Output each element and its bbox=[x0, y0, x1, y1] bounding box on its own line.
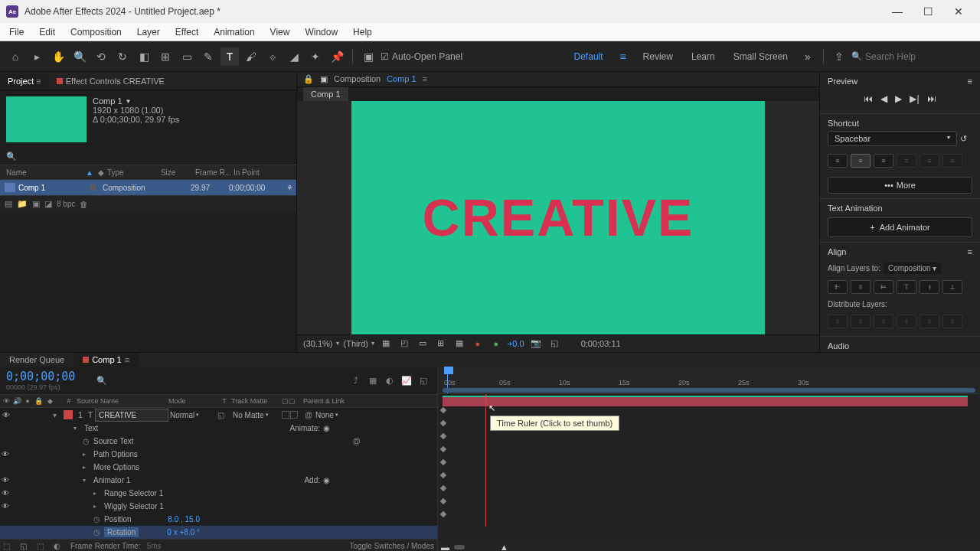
close-button[interactable]: ✕ bbox=[943, 1, 974, 22]
mask-icon[interactable]: ◰ bbox=[397, 337, 411, 350]
align-hcenter-icon[interactable]: ⫴ bbox=[851, 280, 871, 294]
work-area-bar[interactable] bbox=[443, 388, 975, 393]
draft3d-toggle[interactable]: ◱ bbox=[416, 373, 431, 388]
eraser-tool[interactable]: ◢ bbox=[285, 47, 303, 66]
workspace-menu-icon[interactable]: ≡ bbox=[614, 47, 632, 66]
new-folder-icon[interactable]: 📁 bbox=[17, 199, 28, 209]
align-bottom-icon[interactable]: ⊥ bbox=[942, 280, 962, 294]
tl-footer-icon[interactable]: ◐ bbox=[54, 542, 64, 550]
tl-footer-icon[interactable]: ⬚ bbox=[3, 542, 14, 550]
workspace-learn[interactable]: Learn bbox=[684, 48, 723, 65]
anchor-tool[interactable]: ⊞ bbox=[156, 47, 175, 66]
video-col-icon[interactable]: 👁 bbox=[2, 397, 11, 405]
resolution-dropdown[interactable]: (Third) ▾ bbox=[344, 339, 374, 348]
panel-menu-icon[interactable]: ≡ bbox=[968, 247, 972, 256]
layer-label-color[interactable] bbox=[64, 410, 73, 419]
menu-file[interactable]: File bbox=[2, 24, 31, 40]
pickwhip-icon[interactable]: @ bbox=[303, 411, 314, 419]
more-button[interactable]: ••• More bbox=[828, 177, 972, 194]
home-tool[interactable]: ⌂ bbox=[6, 47, 24, 66]
prop-rotation[interactable]: ◷ Rotation 0 x +8.0 ° bbox=[0, 526, 437, 539]
next-frame-button[interactable]: ▶| bbox=[910, 93, 919, 104]
layer-visibility-icon[interactable]: 👁 bbox=[2, 411, 11, 419]
shape-tool[interactable]: ▭ bbox=[178, 47, 196, 66]
shortcut-dropdown[interactable]: Spacebar ▾ bbox=[828, 131, 957, 146]
align-vcenter-icon[interactable]: ⫲ bbox=[920, 280, 939, 294]
render-queue-tab[interactable]: Render Queue bbox=[0, 353, 74, 367]
show-snapshot-icon[interactable]: ◱ bbox=[547, 337, 561, 350]
bpc-label[interactable]: 8 bpc bbox=[57, 200, 75, 208]
playhead[interactable] bbox=[444, 367, 453, 374]
timeline-search-icon[interactable]: 🔍 bbox=[96, 376, 107, 386]
layer-name-field[interactable]: CREATIVE bbox=[95, 409, 168, 422]
composition-canvas[interactable]: CREATIVE bbox=[351, 101, 765, 334]
shy-toggle[interactable]: ⤴ bbox=[348, 373, 364, 388]
current-time-indicator[interactable] bbox=[485, 394, 486, 527]
guides-icon[interactable]: ▦ bbox=[452, 337, 466, 350]
menu-animation[interactable]: Animation bbox=[206, 24, 262, 40]
selection-tool[interactable]: ▸ bbox=[28, 47, 46, 66]
link-icon[interactable]: @ bbox=[353, 437, 361, 445]
lock-icon[interactable]: 🔒 bbox=[303, 74, 314, 84]
menu-view[interactable]: View bbox=[263, 24, 298, 40]
prop-more-options[interactable]: ▸ More Options bbox=[0, 461, 437, 474]
layer-duration-bar[interactable] bbox=[443, 396, 968, 406]
rotate-tool[interactable]: ↻ bbox=[113, 47, 132, 66]
para-justify2-icon[interactable]: ≡ bbox=[920, 154, 939, 168]
play-button[interactable]: ▶ bbox=[895, 93, 902, 104]
track-matte-dropdown[interactable]: No Matte ▾ bbox=[231, 410, 282, 420]
frame-blend-toggle[interactable]: ▦ bbox=[365, 373, 381, 388]
exposure-value[interactable]: +0.0 bbox=[508, 339, 524, 348]
label-col-icon[interactable]: ◆ bbox=[47, 397, 61, 405]
para-justify3-icon[interactable]: ≡ bbox=[942, 154, 962, 168]
workspace-default[interactable]: Default bbox=[567, 48, 611, 65]
canvas-text-layer[interactable]: CREATIVE bbox=[423, 187, 694, 247]
menu-composition[interactable]: Composition bbox=[63, 24, 129, 40]
workspace-review[interactable]: Review bbox=[635, 48, 681, 65]
graph-toggle[interactable]: 📈 bbox=[399, 373, 414, 388]
para-justify-icon[interactable]: ≡ bbox=[897, 154, 916, 168]
animate-button[interactable]: Animate: ◉ bbox=[290, 424, 330, 432]
para-left-icon[interactable]: ≡ bbox=[828, 154, 848, 168]
region-icon[interactable]: ▭ bbox=[416, 337, 430, 350]
project-tab[interactable]: Project ≡ bbox=[0, 73, 49, 89]
prop-range-selector[interactable]: 👁▸ Range Selector 1 bbox=[0, 487, 437, 500]
layer-twirl-icon[interactable]: ▾ bbox=[47, 411, 61, 419]
puppet-tool[interactable]: 📌 bbox=[328, 47, 346, 66]
timeline-zoom-scroll[interactable]: ▬ ▲ bbox=[438, 542, 980, 551]
solo-col-icon[interactable]: ● bbox=[23, 397, 32, 405]
prop-animator1[interactable]: 👁▾ Animator 1 Add: ◉ bbox=[0, 474, 437, 487]
comp-breadcrumb[interactable]: Comp 1 bbox=[303, 87, 348, 101]
composition-viewer[interactable]: CREATIVE bbox=[297, 101, 819, 334]
align-left-icon[interactable]: ⊩ bbox=[828, 280, 848, 294]
layer-mode-dropdown[interactable]: Normal ▾ bbox=[168, 410, 217, 420]
add-button[interactable]: Add: ◉ bbox=[304, 476, 330, 484]
roto-tool[interactable]: ✦ bbox=[306, 47, 325, 66]
prop-wiggly-selector[interactable]: 👁▸ Wiggly Selector 1 bbox=[0, 500, 437, 513]
zoom-dropdown[interactable]: (30.1%) ▾ bbox=[303, 339, 339, 348]
brush-tool[interactable]: 🖌 bbox=[242, 47, 260, 66]
project-item-comp1[interactable]: Comp 1 Composition 29.97 0;00;00;00 ⚘ bbox=[0, 180, 296, 195]
first-frame-button[interactable]: ⏮ bbox=[864, 93, 873, 104]
prop-position[interactable]: ◷ Position 8.0 , 15.0 bbox=[0, 513, 437, 526]
rotation-value[interactable]: 0 x +8.0 ° bbox=[167, 528, 200, 536]
audio-col-icon[interactable]: 🔊 bbox=[12, 397, 21, 405]
align-right-icon[interactable]: ⊨ bbox=[874, 280, 893, 294]
prev-frame-button[interactable]: ◀ bbox=[880, 93, 887, 104]
prop-text[interactable]: ▾ Text Animate: ◉ bbox=[0, 422, 437, 435]
new-comp-icon[interactable]: ▣ bbox=[32, 199, 40, 209]
timeline-timecode[interactable]: 0;00;00;00 bbox=[6, 370, 75, 383]
camera-tool[interactable]: ◧ bbox=[135, 47, 153, 66]
search-help[interactable]: 🔍 bbox=[851, 51, 974, 62]
auto-open-panel-checkbox[interactable]: ☑Auto-Open Panel bbox=[381, 51, 462, 62]
project-search[interactable]: 🔍 bbox=[0, 148, 296, 165]
lock-col-icon[interactable]: 🔒 bbox=[34, 397, 43, 405]
stopwatch-icon[interactable]: ◷ bbox=[93, 528, 104, 536]
tl-footer-icon[interactable]: ⬚ bbox=[37, 542, 47, 550]
stopwatch-icon[interactable]: ◷ bbox=[93, 515, 104, 523]
menu-edit[interactable]: Edit bbox=[31, 24, 63, 40]
prop-source-text[interactable]: ◷ Source Text @ bbox=[0, 435, 437, 448]
reset-icon[interactable]: ↺ bbox=[960, 134, 972, 144]
para-center-icon[interactable]: ≡ bbox=[851, 154, 871, 168]
timeline-tracks[interactable]: ↖ Time Ruler (Click to set thumb) bbox=[438, 394, 980, 542]
